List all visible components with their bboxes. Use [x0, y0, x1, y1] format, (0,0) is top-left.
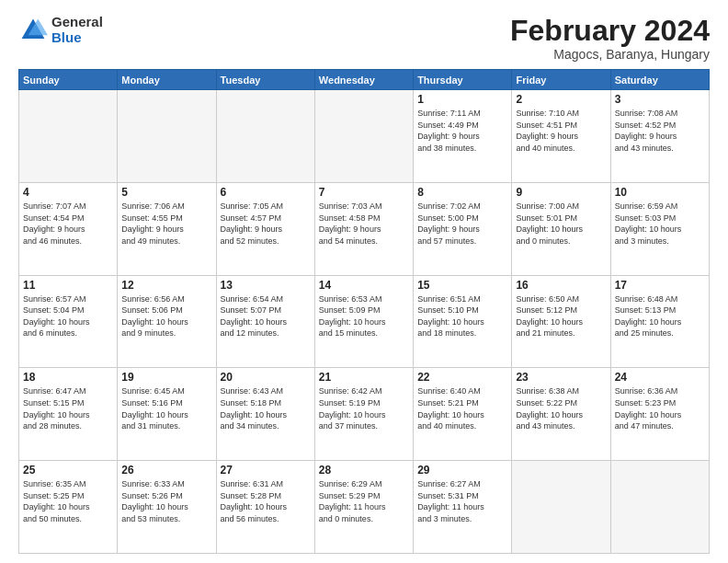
calendar-header-row: Sunday Monday Tuesday Wednesday Thursday… — [19, 70, 710, 90]
day-info: Sunrise: 7:07 AM Sunset: 4:54 PM Dayligh… — [23, 201, 113, 247]
day-number: 26 — [121, 464, 211, 477]
logo: General Blue — [18, 15, 103, 45]
day-number: 29 — [417, 464, 507, 477]
day-number: 11 — [23, 279, 113, 292]
day-info: Sunrise: 7:03 AM Sunset: 4:58 PM Dayligh… — [319, 201, 409, 247]
table-row: 13Sunrise: 6:54 AM Sunset: 5:07 PM Dayli… — [216, 275, 314, 368]
table-row: 16Sunrise: 6:50 AM Sunset: 5:12 PM Dayli… — [512, 275, 610, 368]
day-number: 9 — [516, 186, 606, 199]
calendar-week-row: 4Sunrise: 7:07 AM Sunset: 4:54 PM Daylig… — [19, 182, 710, 275]
day-info: Sunrise: 6:27 AM Sunset: 5:31 PM Dayligh… — [417, 478, 507, 524]
day-info: Sunrise: 7:11 AM Sunset: 4:49 PM Dayligh… — [417, 108, 507, 154]
day-number: 20 — [221, 371, 311, 384]
day-info: Sunrise: 6:56 AM Sunset: 5:06 PM Dayligh… — [121, 293, 211, 339]
day-info: Sunrise: 7:05 AM Sunset: 4:57 PM Dayligh… — [221, 201, 311, 247]
day-info: Sunrise: 6:40 AM Sunset: 5:21 PM Dayligh… — [417, 385, 507, 431]
table-row: 5Sunrise: 7:06 AM Sunset: 4:55 PM Daylig… — [118, 182, 216, 275]
table-row: 12Sunrise: 6:56 AM Sunset: 5:06 PM Dayli… — [118, 275, 216, 368]
day-info: Sunrise: 7:08 AM Sunset: 4:52 PM Dayligh… — [615, 108, 705, 154]
day-info: Sunrise: 6:31 AM Sunset: 5:28 PM Dayligh… — [221, 478, 311, 524]
day-number: 25 — [23, 464, 113, 477]
day-info: Sunrise: 6:54 AM Sunset: 5:07 PM Dayligh… — [221, 293, 311, 339]
calendar-subtitle: Magocs, Baranya, Hungary — [510, 47, 710, 62]
day-number: 14 — [319, 279, 409, 292]
table-row: 18Sunrise: 6:47 AM Sunset: 5:15 PM Dayli… — [19, 368, 118, 461]
calendar-table: Sunday Monday Tuesday Wednesday Thursday… — [18, 69, 710, 554]
table-row — [216, 90, 314, 183]
table-row: 22Sunrise: 6:40 AM Sunset: 5:21 PM Dayli… — [414, 368, 512, 461]
day-info: Sunrise: 7:02 AM Sunset: 5:00 PM Dayligh… — [417, 201, 507, 247]
table-row: 6Sunrise: 7:05 AM Sunset: 4:57 PM Daylig… — [216, 182, 314, 275]
table-row: 17Sunrise: 6:48 AM Sunset: 5:13 PM Dayli… — [610, 275, 709, 368]
table-row: 29Sunrise: 6:27 AM Sunset: 5:31 PM Dayli… — [414, 461, 512, 554]
table-row: 14Sunrise: 6:53 AM Sunset: 5:09 PM Dayli… — [314, 275, 413, 368]
table-row — [512, 461, 610, 554]
day-info: Sunrise: 6:42 AM Sunset: 5:19 PM Dayligh… — [319, 385, 409, 431]
day-info: Sunrise: 6:43 AM Sunset: 5:18 PM Dayligh… — [221, 385, 311, 431]
day-number: 5 — [121, 186, 211, 199]
day-info: Sunrise: 6:53 AM Sunset: 5:09 PM Dayligh… — [319, 293, 409, 339]
day-number: 13 — [221, 279, 311, 292]
day-info: Sunrise: 6:33 AM Sunset: 5:26 PM Dayligh… — [121, 478, 211, 524]
day-number: 3 — [615, 93, 705, 106]
col-sunday: Sunday — [19, 70, 118, 90]
table-row: 4Sunrise: 7:07 AM Sunset: 4:54 PM Daylig… — [19, 182, 118, 275]
day-number: 16 — [516, 279, 606, 292]
day-number: 1 — [417, 93, 507, 106]
day-info: Sunrise: 6:35 AM Sunset: 5:25 PM Dayligh… — [23, 478, 113, 524]
table-row: 25Sunrise: 6:35 AM Sunset: 5:25 PM Dayli… — [19, 461, 118, 554]
table-row — [610, 461, 709, 554]
day-info: Sunrise: 7:00 AM Sunset: 5:01 PM Dayligh… — [516, 201, 606, 247]
table-row: 26Sunrise: 6:33 AM Sunset: 5:26 PM Dayli… — [118, 461, 216, 554]
table-row: 9Sunrise: 7:00 AM Sunset: 5:01 PM Daylig… — [512, 182, 610, 275]
day-number: 28 — [319, 464, 409, 477]
table-row: 8Sunrise: 7:02 AM Sunset: 5:00 PM Daylig… — [414, 182, 512, 275]
day-number: 17 — [615, 279, 705, 292]
day-number: 15 — [417, 279, 507, 292]
day-info: Sunrise: 6:36 AM Sunset: 5:23 PM Dayligh… — [615, 385, 705, 431]
day-number: 6 — [221, 186, 311, 199]
day-info: Sunrise: 6:47 AM Sunset: 5:15 PM Dayligh… — [23, 385, 113, 431]
day-info: Sunrise: 6:50 AM Sunset: 5:12 PM Dayligh… — [516, 293, 606, 339]
calendar-week-row: 25Sunrise: 6:35 AM Sunset: 5:25 PM Dayli… — [19, 461, 710, 554]
day-number: 7 — [319, 186, 409, 199]
table-row: 23Sunrise: 6:38 AM Sunset: 5:22 PM Dayli… — [512, 368, 610, 461]
day-info: Sunrise: 6:45 AM Sunset: 5:16 PM Dayligh… — [121, 385, 211, 431]
table-row: 2Sunrise: 7:10 AM Sunset: 4:51 PM Daylig… — [512, 90, 610, 183]
table-row — [118, 90, 216, 183]
day-number: 4 — [23, 186, 113, 199]
day-number: 19 — [121, 371, 211, 384]
table-row: 3Sunrise: 7:08 AM Sunset: 4:52 PM Daylig… — [610, 90, 709, 183]
day-number: 18 — [23, 371, 113, 384]
table-row: 15Sunrise: 6:51 AM Sunset: 5:10 PM Dayli… — [414, 275, 512, 368]
calendar-week-row: 18Sunrise: 6:47 AM Sunset: 5:15 PM Dayli… — [19, 368, 710, 461]
table-row — [19, 90, 118, 183]
day-number: 8 — [417, 186, 507, 199]
day-info: Sunrise: 6:48 AM Sunset: 5:13 PM Dayligh… — [615, 293, 705, 339]
logo-general-text: General — [51, 15, 103, 30]
day-number: 27 — [221, 464, 311, 477]
col-monday: Monday — [118, 70, 216, 90]
day-number: 24 — [615, 371, 705, 384]
day-info: Sunrise: 7:10 AM Sunset: 4:51 PM Dayligh… — [516, 108, 606, 154]
day-number: 2 — [516, 93, 606, 106]
col-friday: Friday — [512, 70, 610, 90]
table-row: 11Sunrise: 6:57 AM Sunset: 5:04 PM Dayli… — [19, 275, 118, 368]
day-info: Sunrise: 6:59 AM Sunset: 5:03 PM Dayligh… — [615, 201, 705, 247]
day-info: Sunrise: 6:38 AM Sunset: 5:22 PM Dayligh… — [516, 385, 606, 431]
col-thursday: Thursday — [414, 70, 512, 90]
calendar-title: February 2024 — [510, 15, 710, 47]
table-row: 10Sunrise: 6:59 AM Sunset: 5:03 PM Dayli… — [610, 182, 709, 275]
table-row: 21Sunrise: 6:42 AM Sunset: 5:19 PM Dayli… — [314, 368, 413, 461]
day-number: 12 — [121, 279, 211, 292]
col-wednesday: Wednesday — [314, 70, 413, 90]
day-number: 21 — [319, 371, 409, 384]
title-block: February 2024 Magocs, Baranya, Hungary — [510, 15, 710, 62]
table-row: 7Sunrise: 7:03 AM Sunset: 4:58 PM Daylig… — [314, 182, 413, 275]
table-row: 19Sunrise: 6:45 AM Sunset: 5:16 PM Dayli… — [118, 368, 216, 461]
day-number: 23 — [516, 371, 606, 384]
table-row: 20Sunrise: 6:43 AM Sunset: 5:18 PM Dayli… — [216, 368, 314, 461]
day-info: Sunrise: 7:06 AM Sunset: 4:55 PM Dayligh… — [121, 201, 211, 247]
table-row: 24Sunrise: 6:36 AM Sunset: 5:23 PM Dayli… — [610, 368, 709, 461]
table-row: 1Sunrise: 7:11 AM Sunset: 4:49 PM Daylig… — [414, 90, 512, 183]
